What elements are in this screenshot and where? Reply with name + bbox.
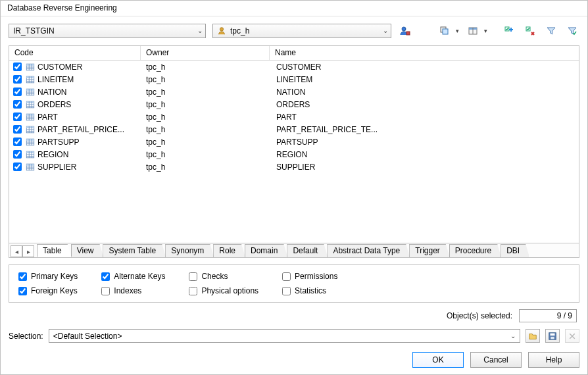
- row-checkbox[interactable]: [13, 162, 22, 171]
- selection-dropdown[interactable]: <Default Selection> ⌄: [49, 329, 520, 343]
- layout-dropdown-button[interactable]: [466, 24, 480, 38]
- opt-indexes-checkbox[interactable]: [101, 287, 110, 295]
- svg-rect-66: [551, 336, 554, 339]
- row-name: PART: [270, 113, 575, 122]
- tab-trigger[interactable]: Trigger: [409, 244, 450, 257]
- col-owner[interactable]: Owner: [141, 46, 270, 60]
- ok-button[interactable]: OK: [412, 352, 464, 368]
- svg-rect-65: [551, 333, 555, 336]
- opt-foreign-keys-checkbox[interactable]: [18, 287, 27, 295]
- cancel-button[interactable]: Cancel: [470, 352, 522, 368]
- row-owner: tpc_h: [141, 125, 270, 134]
- col-code[interactable]: Code: [9, 46, 141, 60]
- select-all-button[interactable]: [502, 24, 516, 38]
- connection-value: IR_TSTGIN: [13, 26, 55, 36]
- row-owner: tpc_h: [141, 63, 270, 72]
- svg-rect-23: [26, 89, 34, 91]
- tab-synonym[interactable]: Synonym: [165, 244, 214, 257]
- table-row[interactable]: PARTtpc_hPART: [9, 111, 579, 123]
- row-name: SUPPLIER: [270, 162, 575, 172]
- opt-physical-options[interactable]: Physical options: [189, 286, 258, 295]
- reverse-options-panel: Primary Keys Foreign Keys Alternate Keys…: [9, 264, 579, 303]
- filter-checked-button[interactable]: [565, 24, 579, 38]
- tab-procedure[interactable]: Procedure: [449, 244, 501, 257]
- chevron-down-icon[interactable]: ▾: [484, 28, 487, 34]
- table-row[interactable]: PART_RETAIL_PRICE...tpc_hPART_RETAIL_PRI…: [9, 123, 579, 136]
- opt-checks[interactable]: Checks: [189, 272, 258, 281]
- chevron-down-icon[interactable]: ▾: [456, 28, 459, 34]
- selection-save-button[interactable]: [545, 329, 560, 343]
- col-name[interactable]: Name: [270, 46, 579, 60]
- tab-scroll-left[interactable]: ◂: [11, 245, 22, 257]
- row-checkbox[interactable]: [13, 113, 22, 121]
- row-checkbox[interactable]: [13, 100, 22, 109]
- opt-alternate-keys[interactable]: Alternate Keys: [101, 272, 165, 281]
- selection-delete-button: [565, 329, 579, 343]
- table-row[interactable]: LINEITEMtpc_hLINEITEM: [9, 73, 579, 86]
- row-code: LINEITEM: [37, 75, 74, 84]
- tab-abstract-data-type[interactable]: Abstract Data Type: [327, 244, 410, 257]
- opt-permissions[interactable]: Permissions: [282, 272, 337, 281]
- opt-foreign-keys[interactable]: Foreign Keys: [18, 286, 78, 295]
- opt-primary-keys[interactable]: Primary Keys: [18, 272, 78, 281]
- row-checkbox[interactable]: [13, 125, 22, 134]
- dialog-window: Database Reverse Engineering IR_TSTGIN ⌄…: [0, 0, 588, 375]
- svg-rect-47: [26, 139, 34, 141]
- connection-dropdown[interactable]: IR_TSTGIN ⌄: [9, 24, 206, 38]
- tab-domain[interactable]: Domain: [245, 244, 287, 257]
- table-row[interactable]: REGIONtpc_hREGION: [9, 148, 579, 161]
- row-owner: tpc_h: [141, 100, 270, 109]
- tab-scroll-right[interactable]: ▸: [22, 245, 34, 257]
- svg-point-1: [402, 27, 406, 31]
- row-checkbox[interactable]: [13, 138, 22, 146]
- opt-physical-options-checkbox[interactable]: [189, 287, 197, 295]
- table-row[interactable]: PARTSUPPtpc_hPARTSUPP: [9, 136, 579, 148]
- table-icon: [26, 100, 35, 109]
- chevron-down-icon: ⌄: [197, 27, 203, 34]
- row-name: REGION: [270, 150, 575, 159]
- row-name: NATION: [270, 88, 575, 97]
- row-owner: tpc_h: [141, 138, 270, 147]
- row-owner: tpc_h: [141, 162, 270, 172]
- selection-open-button[interactable]: [526, 329, 540, 343]
- table-row[interactable]: ORDERStpc_hORDERS: [9, 98, 579, 111]
- tab-default[interactable]: Default: [287, 244, 328, 257]
- opt-permissions-checkbox[interactable]: [282, 272, 291, 281]
- table-row[interactable]: NATIONtpc_hNATION: [9, 86, 579, 98]
- table-row[interactable]: CUSTOMERtpc_hCUSTOMER: [9, 61, 579, 73]
- row-checkbox[interactable]: [13, 75, 22, 84]
- table-icon: [26, 125, 35, 134]
- tab-dbi[interactable]: DBI: [501, 244, 529, 257]
- opt-indexes[interactable]: Indexes: [101, 286, 165, 295]
- tab-system-table[interactable]: System Table: [103, 244, 166, 257]
- row-checkbox[interactable]: [13, 88, 22, 96]
- owner-filter-button[interactable]: [398, 24, 412, 38]
- svg-rect-2: [406, 32, 410, 35]
- tab-role[interactable]: Role: [213, 244, 245, 257]
- opt-alternate-keys-checkbox[interactable]: [101, 272, 110, 281]
- row-owner: tpc_h: [141, 88, 270, 97]
- options-dropdown-button[interactable]: [437, 24, 452, 38]
- schema-dropdown[interactable]: tpc_h ⌄: [212, 24, 391, 38]
- opt-statistics[interactable]: Statistics: [282, 286, 337, 295]
- tab-view[interactable]: View: [71, 244, 104, 257]
- objects-selected-label: Object(s) selected:: [447, 311, 512, 320]
- opt-checks-checkbox[interactable]: [189, 272, 197, 281]
- row-checkbox[interactable]: [13, 150, 22, 159]
- chevron-down-icon: ⌄: [383, 27, 388, 34]
- tab-table[interactable]: Table: [37, 244, 72, 257]
- row-checkbox[interactable]: [13, 63, 22, 71]
- opt-statistics-checkbox[interactable]: [282, 287, 291, 295]
- table-row[interactable]: SUPPLIERtpc_hSUPPLIER: [9, 161, 579, 173]
- objects-selected-value: [519, 309, 577, 322]
- row-name: PARTSUPP: [270, 138, 575, 147]
- opt-primary-keys-checkbox[interactable]: [18, 272, 27, 281]
- help-button[interactable]: Help: [528, 352, 579, 368]
- selection-row: Selection: <Default Selection> ⌄: [9, 329, 579, 343]
- deselect-all-button[interactable]: [523, 24, 537, 38]
- filter-button[interactable]: [544, 24, 558, 38]
- row-code: PARTSUPP: [37, 138, 80, 147]
- table-icon: [26, 63, 35, 72]
- svg-point-0: [220, 28, 223, 31]
- row-name: LINEITEM: [270, 75, 575, 84]
